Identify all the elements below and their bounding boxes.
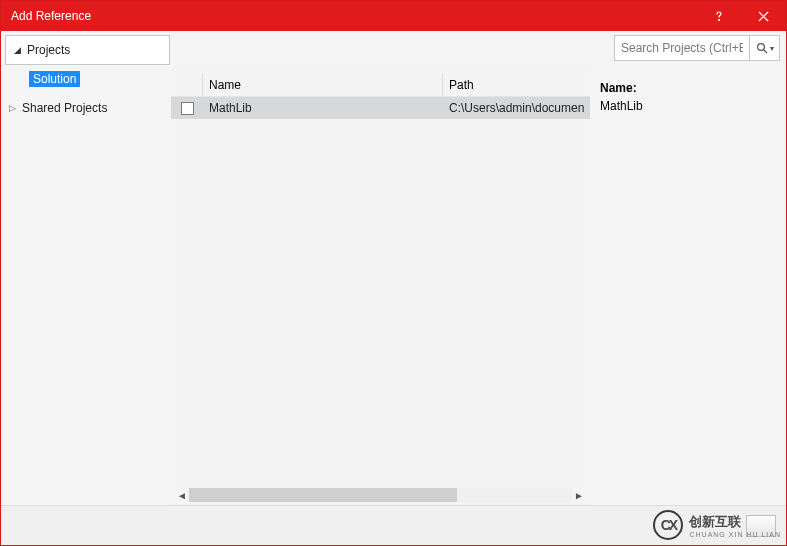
dropdown-caret-icon: ▾ (770, 44, 774, 53)
svg-point-0 (718, 19, 719, 20)
scroll-thumb[interactable] (189, 488, 457, 502)
tree-node-solution[interactable]: Solution (29, 71, 80, 87)
column-header-name[interactable]: Name (203, 73, 443, 96)
column-header-checkbox[interactable] (171, 73, 203, 96)
help-button[interactable] (696, 1, 741, 31)
tree-node-shared-projects[interactable]: ▷ Shared Projects (9, 101, 171, 115)
search-box[interactable]: ▾ (614, 35, 780, 61)
row-name: MathLib (203, 101, 443, 115)
scroll-right-icon[interactable]: ► (572, 490, 586, 501)
search-icon (756, 42, 768, 54)
titlebar[interactable]: Add Reference (1, 1, 786, 31)
row-path: C:\Users\admin\documen (443, 101, 590, 115)
window-title: Add Reference (11, 9, 696, 23)
scroll-left-icon[interactable]: ◄ (175, 490, 189, 501)
reference-list: Name Path MathLib C:\Users\admin\documen… (171, 65, 590, 505)
list-row[interactable]: MathLib C:\Users\admin\documen (171, 97, 590, 119)
chevron-down-icon: ◢ (14, 45, 21, 55)
horizontal-scrollbar[interactable]: ◄ ► (175, 487, 586, 503)
search-input[interactable] (615, 37, 749, 59)
tree-header-label: Projects (27, 43, 70, 57)
tree-header-projects[interactable]: ◢ Projects (5, 35, 170, 65)
dialog-body: ◢ Projects ▾ Solution ▷ (1, 31, 786, 545)
row-checkbox[interactable] (181, 102, 194, 115)
middle-area: Solution ▷ Shared Projects Name Path Mat… (1, 65, 786, 505)
svg-point-3 (757, 44, 764, 51)
svg-line-4 (763, 50, 766, 53)
top-row: ◢ Projects ▾ (1, 31, 786, 65)
details-pane: Name: MathLib (590, 65, 786, 505)
scroll-track[interactable] (189, 488, 572, 502)
list-headers: Name Path (171, 73, 590, 97)
search-button[interactable]: ▾ (749, 36, 779, 60)
category-tree: Solution ▷ Shared Projects (1, 65, 171, 505)
footer-button[interactable] (746, 515, 776, 537)
dialog-window: Add Reference ◢ Projects (0, 0, 787, 546)
dialog-footer (1, 505, 786, 545)
detail-name-label: Name: (600, 79, 776, 97)
column-header-path[interactable]: Path (443, 73, 590, 96)
close-button[interactable] (741, 1, 786, 31)
chevron-right-icon: ▷ (9, 103, 16, 113)
tree-node-label: Shared Projects (22, 101, 107, 115)
detail-name-value: MathLib (600, 97, 776, 115)
